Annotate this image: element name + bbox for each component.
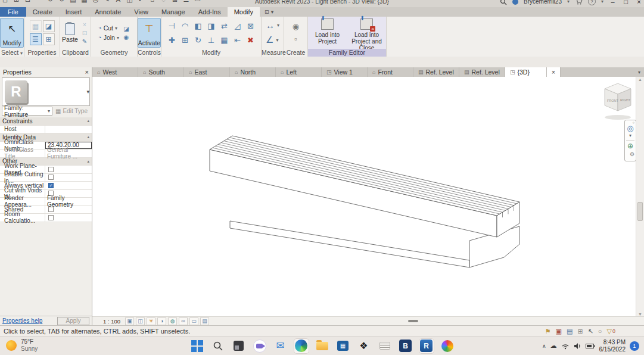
battery-icon[interactable] xyxy=(586,343,595,349)
notification-badge[interactable]: 1 xyxy=(630,341,639,351)
view-tab-west[interactable]: ⌂West xyxy=(92,67,138,77)
trim-extend-icon[interactable]: ⊥ xyxy=(208,36,214,45)
paste-button[interactable]: Paste xyxy=(62,23,78,43)
revit-taskbar-button[interactable]: R xyxy=(419,338,434,354)
viewcube-right-label[interactable]: RIGHT xyxy=(620,98,631,102)
array-icon[interactable]: ▦ xyxy=(220,36,228,45)
tray-chevron-icon[interactable]: ∧ xyxy=(542,343,546,349)
family-types-icon[interactable]: ◪ xyxy=(43,20,55,32)
paint-icon[interactable]: ◪ xyxy=(122,25,130,33)
property-row[interactable]: Enable Cutting in... xyxy=(0,174,92,182)
create-group-icon[interactable]: ◉ xyxy=(293,22,299,31)
selection-filter[interactable]: ▽ 0 xyxy=(607,328,615,335)
demolish-icon[interactable]: ◉ xyxy=(122,33,130,41)
trim-extend-corner-icon[interactable]: ◿ xyxy=(235,21,241,30)
design-options-icon[interactable]: ▣ xyxy=(556,328,562,335)
search-icon[interactable] xyxy=(500,0,507,5)
room-calculation-checkbox[interactable] xyxy=(48,215,54,220)
properties-palette-icon[interactable]: ☰ xyxy=(30,33,42,45)
tab-modify[interactable]: Modify xyxy=(228,7,260,17)
view-cube[interactable]: FRONT RIGHT xyxy=(600,82,636,123)
align-icon[interactable]: ⊣ xyxy=(169,21,175,30)
type-properties-icon[interactable]: ▦ xyxy=(30,20,42,32)
navbar-gear-icon[interactable]: ⚙ xyxy=(630,150,636,157)
user-menu-caret-icon[interactable]: ▾ xyxy=(567,0,570,4)
delete-icon[interactable]: ✖ xyxy=(247,36,254,45)
edge-button[interactable] xyxy=(294,338,309,354)
shared-checkbox[interactable] xyxy=(48,207,54,212)
horizontal-scroll-thumb[interactable] xyxy=(408,320,418,322)
sun-path-icon[interactable]: ☀ xyxy=(147,317,155,325)
delete-inner-segment-icon[interactable]: ⊠ xyxy=(247,21,254,30)
wheel-caret-icon[interactable]: ▾ xyxy=(629,133,631,138)
view-tab-ref-level-2[interactable]: ▤Ref. Level xyxy=(459,67,505,77)
browser-app-button[interactable] xyxy=(440,338,455,354)
enable-cutting-checkbox[interactable] xyxy=(48,175,54,180)
press-drag-icon[interactable]: ○ xyxy=(598,328,602,335)
rotate-icon[interactable]: ↻ xyxy=(195,36,201,45)
property-row[interactable]: Room Calculatio... xyxy=(0,214,92,222)
select-toggle-icon[interactable]: ↖ xyxy=(588,328,593,335)
view-tab-north[interactable]: ⌂North xyxy=(230,67,276,77)
view-tab-east[interactable]: ⌂East xyxy=(184,67,230,77)
weather-widget[interactable]: 75°F Sunny xyxy=(6,338,38,353)
worksets-icon[interactable]: ⚑ xyxy=(545,328,551,335)
cut-geometry-button[interactable]: ◔ Cut ▾ xyxy=(98,24,119,32)
microsoft-store-button[interactable]: ▦ xyxy=(335,338,351,354)
bluebeam-button[interactable]: B xyxy=(398,338,413,354)
zoom-tool-icon[interactable]: ⊕ xyxy=(627,142,633,150)
properties-help-link[interactable]: Properties help xyxy=(2,317,42,324)
mirror-pick-axis-icon[interactable]: ◧ xyxy=(194,21,201,30)
tab-create[interactable]: Create xyxy=(26,7,59,17)
mail-button[interactable]: ✉ xyxy=(273,338,288,354)
type-selector-preview[interactable]: R xyxy=(2,77,90,106)
view-scale[interactable]: 1 : 100 xyxy=(92,318,125,325)
apply-button[interactable]: Apply xyxy=(57,317,89,325)
load-into-project-and-close-button[interactable]: Load into Project and Close xyxy=(350,18,384,51)
scroll-down-icon[interactable]: ▼ xyxy=(636,312,644,316)
create-similar-icon[interactable]: ▫ xyxy=(294,35,297,43)
activate-dimensions-button[interactable]: ⊤ Activate xyxy=(138,18,161,48)
panel-select-label[interactable]: Select ▾ xyxy=(0,49,24,57)
tab-insert[interactable]: Insert xyxy=(59,7,89,17)
minimize-button[interactable]: – xyxy=(609,0,617,5)
wifi-icon[interactable] xyxy=(561,342,570,350)
close-view-icon[interactable]: × xyxy=(547,67,561,77)
taskbar-search-button[interactable] xyxy=(210,338,226,354)
close-button[interactable]: × xyxy=(635,0,643,5)
type-selector-caret-icon[interactable]: ▾ xyxy=(86,89,89,95)
viewcube-front-label[interactable]: FRONT xyxy=(607,99,619,102)
taskbar-clock[interactable]: 8:43 PM 6/15/2022 xyxy=(599,339,626,353)
always-vertical-checkbox[interactable]: ✓ xyxy=(48,183,54,188)
section-row[interactable]: Constraints▴ xyxy=(0,117,92,126)
match-type-icon[interactable]: ✎ xyxy=(80,38,89,45)
detail-level-icon[interactable]: ▣ xyxy=(125,317,134,325)
navigation-bar[interactable]: ○ ◎ ▾ ⊕ ⚙ xyxy=(624,120,636,161)
modify-tool-button[interactable]: ↖ Modify xyxy=(0,18,24,48)
family-category-select[interactable]: Family: Furniture ▾ xyxy=(2,107,52,116)
view-tab-left[interactable]: ⌂Left xyxy=(276,67,322,77)
crop-view-icon[interactable]: ▭ xyxy=(189,317,198,325)
vertical-scrollbar[interactable]: ▲ ▼ xyxy=(636,77,644,317)
properties-close-icon[interactable]: × xyxy=(85,68,89,76)
help-icon[interactable]: ? xyxy=(588,0,596,5)
restore-button[interactable]: □ xyxy=(622,0,630,5)
view-tab-list-caret-icon[interactable]: ▾ xyxy=(634,67,644,77)
view-tab-3d[interactable]: ◳{3D} xyxy=(505,67,547,77)
work-plane-based-checkbox[interactable] xyxy=(48,167,54,172)
file-explorer-button[interactable] xyxy=(315,338,330,354)
property-row[interactable]: OmniClass TitleGeneral Furniture ... xyxy=(0,150,92,158)
visual-style-icon[interactable]: ◫ xyxy=(136,317,145,325)
view-tab-front[interactable]: ⌂Front xyxy=(368,67,413,77)
steering-wheel-icon[interactable]: ◎ xyxy=(627,124,633,133)
mirror-draw-axis-icon[interactable]: ◨ xyxy=(207,21,214,30)
user-avatar-icon[interactable] xyxy=(512,0,518,5)
dropbox-button[interactable]: ❖ xyxy=(356,338,372,354)
temporary-hide-isolate-icon[interactable]: ∞ xyxy=(179,317,188,325)
tab-file[interactable]: File xyxy=(0,7,26,17)
drawing-canvas[interactable]: FRONT RIGHT ○ ◎ ▾ ⊕ ⚙ ▲ ▼ xyxy=(92,77,644,317)
app-store-cart-icon[interactable] xyxy=(575,0,583,5)
property-row[interactable]: Render Appeara...Family Geometry xyxy=(0,198,92,206)
move-icon[interactable]: ✚ xyxy=(169,36,175,45)
family-category-icon[interactable]: ⊞ xyxy=(43,33,55,45)
